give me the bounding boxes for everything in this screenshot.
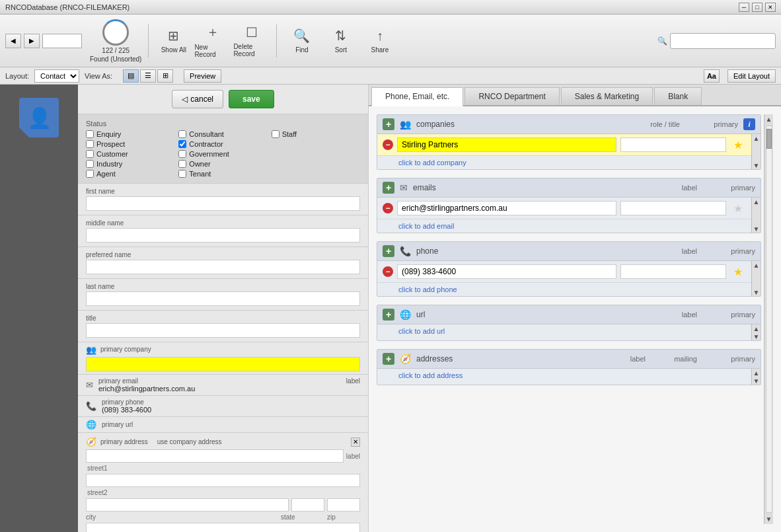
sort-label: Sort: [335, 46, 347, 54]
agent-checkbox[interactable]: [86, 170, 94, 178]
phone-scroll-up[interactable]: ▲: [753, 261, 761, 269]
save-btn[interactable]: save: [229, 90, 274, 108]
address-fields: label street1 street2 city state zip cou…: [86, 449, 360, 532]
maximize-btn[interactable]: □: [752, 3, 762, 12]
company-primary-star[interactable]: ★: [730, 137, 746, 153]
right-scroll-thumb[interactable]: [766, 129, 772, 149]
company-remove-btn[interactable]: −: [383, 139, 393, 150]
phone-primary-col: primary: [702, 247, 755, 255]
right-panel: Phone, Email, etc. RNCO Department Sales…: [369, 85, 781, 532]
enquiry-checkbox[interactable]: [86, 130, 94, 138]
phone-primary-star[interactable]: ★: [730, 264, 746, 280]
tenant-checkbox[interactable]: [178, 170, 186, 178]
addresses-scroll-down[interactable]: ▼: [753, 377, 761, 385]
add-company-link[interactable]: click to add company: [377, 156, 751, 169]
city-input[interactable]: [86, 498, 289, 512]
search-input[interactable]: [670, 33, 776, 49]
url-section: + 🌐 url label primary click to add url ▲…: [377, 305, 761, 341]
delete-record-btn[interactable]: ☐ Delete Record: [233, 21, 270, 61]
phone-remove-btn[interactable]: −: [383, 266, 393, 277]
preview-btn[interactable]: Preview: [184, 69, 221, 83]
add-email-link[interactable]: click to add email: [377, 219, 751, 233]
tab-blank[interactable]: Blank: [654, 87, 702, 105]
zip-input[interactable]: [327, 498, 360, 512]
contractor-label: Contractor: [189, 140, 223, 148]
emails-add-btn[interactable]: +: [383, 182, 394, 194]
contractor-checkbox[interactable]: [178, 140, 186, 148]
new-record-btn[interactable]: ＋ New Record: [194, 21, 231, 61]
owner-checkbox[interactable]: [178, 160, 186, 168]
emails-scroll-up[interactable]: ▲: [753, 198, 761, 206]
addresses-title: addresses: [416, 354, 587, 363]
emails-scroll-down[interactable]: ▼: [753, 225, 761, 233]
url-add-btn[interactable]: +: [383, 309, 394, 321]
tab-rnco-dept[interactable]: RNCO Department: [465, 87, 559, 105]
show-all-btn[interactable]: ⊞ Show All: [155, 21, 192, 61]
consultant-checkbox[interactable]: [178, 130, 186, 138]
phone-add-btn[interactable]: +: [383, 245, 394, 257]
minimize-btn[interactable]: ─: [739, 3, 749, 12]
primary-company-field[interactable]: [86, 357, 360, 371]
companies-icon: 👥: [400, 119, 411, 130]
right-scroll-track[interactable]: [766, 126, 772, 513]
url-content-wrap: click to add url ▲ ▼: [377, 324, 761, 340]
url-scroll-down[interactable]: ▼: [753, 332, 761, 340]
record-number-input[interactable]: 116: [42, 34, 82, 48]
email-remove-btn[interactable]: −: [383, 203, 393, 213]
addresses-scroll-up[interactable]: ▲: [753, 369, 761, 377]
phone-scroll-down[interactable]: ▼: [753, 288, 761, 296]
addresses-add-btn[interactable]: +: [383, 353, 394, 365]
government-checkbox[interactable]: [178, 150, 186, 158]
sort-btn[interactable]: ⇅ Sort: [322, 21, 359, 61]
delete-record-icon: ☐: [246, 24, 258, 40]
next-record-btn[interactable]: ▶: [24, 34, 40, 48]
tab-bar: Phone, Email, etc. RNCO Department Sales…: [369, 85, 781, 106]
company-role-input[interactable]: [620, 137, 726, 152]
right-scroll-down[interactable]: ▼: [766, 514, 772, 524]
form-view-btn[interactable]: ▤: [123, 69, 139, 83]
cancel-btn[interactable]: ◁ cancel: [172, 90, 223, 108]
edit-layout-btn[interactable]: Edit Layout: [727, 69, 776, 83]
street1-input[interactable]: [86, 449, 344, 463]
tab-sales-marketing[interactable]: Sales & Marketing: [561, 87, 653, 105]
companies-scroll-up[interactable]: ▲: [753, 134, 761, 142]
right-scrollbar: ▲ ▼: [764, 114, 773, 524]
company-name-input[interactable]: [397, 137, 616, 152]
email-label-input[interactable]: [620, 201, 726, 215]
right-scroll-up[interactable]: ▲: [766, 114, 772, 124]
address-close-btn[interactable]: ✕: [351, 437, 360, 447]
font-size-btn[interactable]: Aa: [704, 69, 720, 83]
industry-checkbox[interactable]: [86, 160, 94, 168]
list-view-btn[interactable]: ☰: [140, 69, 156, 83]
state-input[interactable]: [291, 498, 324, 512]
find-btn[interactable]: 🔍 Find: [283, 21, 320, 61]
phone-label-input[interactable]: [620, 264, 726, 279]
companies-scroll-down[interactable]: ▼: [753, 161, 761, 169]
layout-select[interactable]: Contact: [34, 69, 79, 83]
preferred-name-input[interactable]: Eric: [86, 260, 360, 274]
close-btn[interactable]: ✕: [765, 3, 776, 12]
middle-name-input[interactable]: [86, 228, 360, 243]
add-phone-link[interactable]: click to add phone: [377, 283, 751, 296]
last-name-input[interactable]: Pedersen: [86, 291, 360, 306]
tab-phone-email[interactable]: Phone, Email, etc.: [371, 87, 463, 106]
phone-value-input[interactable]: [397, 264, 616, 279]
add-url-link[interactable]: click to add url: [377, 324, 751, 338]
customer-checkbox[interactable]: [86, 150, 94, 158]
companies-add-btn[interactable]: +: [383, 118, 394, 130]
add-address-link[interactable]: click to add address: [377, 369, 751, 382]
customer-checkbox-row: Customer: [86, 150, 174, 158]
title-input[interactable]: [86, 323, 360, 338]
first-name-input[interactable]: Eric: [86, 196, 360, 211]
street2-input[interactable]: [86, 474, 360, 487]
country-input[interactable]: [86, 523, 360, 532]
share-btn[interactable]: ↑ Share: [361, 21, 398, 61]
email-primary-star[interactable]: ★: [730, 200, 746, 216]
table-view-btn[interactable]: ⊞: [157, 69, 173, 83]
prev-record-btn[interactable]: ◀: [5, 34, 21, 48]
prospect-checkbox[interactable]: [86, 140, 94, 148]
email-value-input[interactable]: [397, 201, 616, 215]
url-scroll-up[interactable]: ▲: [753, 324, 761, 332]
staff-checkbox[interactable]: [272, 130, 279, 138]
companies-info-btn[interactable]: i: [743, 118, 755, 130]
